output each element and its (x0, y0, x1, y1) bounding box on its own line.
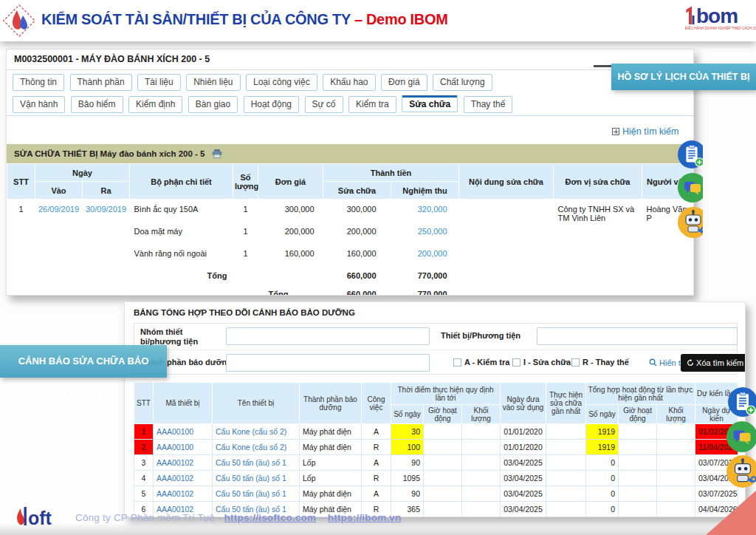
device-code-link[interactable]: AAA00102 (154, 486, 213, 502)
col-bo-phan: Bộ phận chi tiết (130, 164, 233, 200)
component-input[interactable] (226, 354, 430, 372)
device-input[interactable] (537, 327, 738, 345)
tab-chat-luong[interactable]: Chất lượng (433, 74, 492, 91)
cell-days-warn: 100 (391, 440, 424, 455)
col-gio-hd-2: Giờ hoạt động (619, 405, 657, 424)
col-thuc-hien: Thực hiện sửa chữa gần nhất (546, 383, 586, 424)
robot-fab-icon[interactable] (678, 207, 703, 238)
date-out-link[interactable]: 30/09/2019 (83, 200, 130, 225)
notes-fab-icon[interactable] (678, 140, 703, 168)
tab-nhien-lieu[interactable]: Nhiên liệu (186, 74, 240, 91)
device-code-link[interactable]: AAA00100 (154, 424, 213, 440)
checkbox-icon[interactable] (453, 358, 461, 367)
equipment-record-panel: M0032500001 - MÁY ĐÀO BÁNH XÍCH 200 - 5 … (6, 49, 694, 296)
checkbox-icon[interactable] (571, 358, 580, 367)
cell-qty: 1 (233, 225, 258, 247)
total-row: Tổng 660,000 770,000 (7, 287, 695, 296)
footer-link-isoftco[interactable]: https://isoftco.com (224, 512, 317, 523)
show-search-link[interactable]: Hiện tìm kiếm (612, 126, 678, 137)
expand-icon (612, 128, 619, 135)
tab-thanh-phan[interactable]: Thành phần (70, 74, 132, 91)
isoft-logo: oft (12, 505, 68, 529)
ibom-tagline: ĐIỀU HÀNH DOANH NGHIỆP THEO CÁCH CỦA BẠN (685, 27, 749, 30)
cell-part: Vành răng nối ngoài (130, 247, 233, 269)
col-khoi-luong-2: Khối lượng (657, 405, 695, 424)
col-nghiem-thu: Nghiệm thu (391, 182, 459, 200)
robot-fab-icon[interactable] (726, 455, 756, 488)
tab-van-hanh[interactable]: Vận hành (13, 96, 65, 113)
device-name-link[interactable]: Cẩu Kone (cẩu số 2) (213, 424, 300, 440)
tab-kiem-dinh[interactable]: Kiểm định (128, 96, 182, 113)
total-label: Tổng (258, 287, 323, 296)
footer-separator: – (319, 512, 325, 523)
record-badge: HỒ SƠ LÝ LỊCH CỦA THIẾT BỊ (611, 64, 756, 90)
device-name-link[interactable]: Cẩu Kone (cẩu số 2) (213, 440, 300, 455)
checkbox-icon[interactable] (512, 358, 520, 367)
group-input[interactable] (226, 327, 430, 345)
device-code-link[interactable]: AAA00102 (154, 471, 213, 486)
chat-fab-icon[interactable] (726, 421, 756, 452)
tab-thay-the[interactable]: Thay thế (464, 96, 513, 113)
repair-table-titlebar: SỬA CHỮA THIẾT BỊ Máy đào bánh xích 200 … (7, 144, 694, 163)
tab-hoat-dong[interactable]: Hoạt động (244, 96, 299, 113)
page-title-accent: – Demo IBOM (354, 11, 448, 27)
tab-thong-tin[interactable]: Thông tin (13, 74, 64, 91)
col-sua-chua: Sửa chữa (323, 182, 391, 200)
table-row: 4 AAA00102 Cẩu 50 tấn (ầu) số 1 Lốp R 10… (134, 471, 738, 486)
tab-khau-hao[interactable]: Khấu hao (323, 74, 375, 91)
footer-link-ibom[interactable]: https://ibom.vn (328, 512, 402, 523)
chat-fab-icon[interactable] (678, 173, 703, 202)
table-row: Vành răng nối ngoài 1 160,000 160,000 20… (7, 247, 695, 269)
clear-search-button[interactable]: Xóa tìm kiếm (681, 354, 746, 372)
fab-stack-panel1 (678, 140, 703, 241)
notes-fab-icon[interactable] (728, 387, 756, 417)
col-ma-thiet-bi: Mã thiết bị (154, 383, 213, 424)
tab-tai-lieu[interactable]: Tài liệu (137, 74, 181, 91)
tab-bao-hiem[interactable]: Bảo hiểm (71, 96, 123, 113)
col-ra: Ra (83, 182, 130, 200)
checkbox-a-kiem-tra[interactable]: A - Kiểm tra (453, 358, 509, 367)
col-stt: STT (134, 383, 154, 424)
col-thanh-phan: Thành phần bảo dưỡng (300, 383, 362, 424)
col-so-luong: Số lượng (233, 164, 258, 200)
page-title-main: KIỂM SOÁT TÀI SẢN/THIẾT BỊ CỦA CÔNG TY (41, 11, 354, 27)
table-row: 5 AAA00102 Cẩu 50 tấn (ầu) số 1 Máy phát… (134, 486, 738, 502)
device-code-link[interactable]: AAA00100 (154, 440, 213, 455)
device-name-link[interactable]: Cẩu 50 tấn (ầu) số 1 (213, 455, 300, 471)
repair-table: STT Ngày Bộ phận chi tiết Số lượng Đơn g… (7, 163, 694, 296)
cell-acceptance-amount: 200,000 (391, 247, 459, 269)
total-repair: 660,000 (323, 269, 391, 287)
tab-bar-row2: Vận hành Bảo hiểm Kiểm định Bàn giao Hoạ… (13, 95, 515, 113)
checkbox-i-sua-chua[interactable]: I - Sửa chữa (512, 358, 571, 367)
col-ten-thiet-bi: Tên thiết bị (213, 383, 300, 424)
group-label: Nhóm thiết bị/phương tiện (140, 327, 217, 346)
tab-don-gia[interactable]: Đơn giá (381, 74, 427, 91)
divider (134, 350, 737, 350)
col-khoi-luong-1: Khối lượng (462, 405, 501, 424)
tab-loai-cong-viec[interactable]: Loại công việc (246, 74, 317, 91)
cell-content (459, 200, 554, 225)
tab-ban-giao[interactable]: Bàn giao (188, 96, 238, 113)
divider (7, 115, 694, 116)
checkbox-r-thay-the[interactable]: R - Thay thế (571, 358, 629, 367)
table-row: 3 AAA00102 Cẩu 50 tấn (ầu) số 1 Lốp A 90… (134, 455, 738, 471)
warning-table: STT Mã thiết bị Tên thiết bị Thành phần … (134, 382, 738, 517)
maintenance-title: BẢNG TỔNG HỢP THEO DÕI CẢNH BÁO BẢO DƯỠN… (134, 308, 355, 317)
table-row: 2 AAA00100 Cẩu Kone (cẩu số 2) Máy phát … (134, 440, 738, 455)
cell-unit-price: 300,000 (258, 200, 323, 225)
col-so-ngay-1: Số ngày (391, 405, 424, 424)
col-don-gia: Đơn giá (258, 164, 323, 200)
device-code-link[interactable]: AAA00102 (154, 455, 213, 471)
printer-icon[interactable] (212, 149, 222, 158)
tab-kiem-tra[interactable]: Kiểm tra (348, 96, 396, 113)
tab-su-co[interactable]: Sự cố (305, 96, 343, 113)
repair-table-title: SỬA CHỮA THIẾT BỊ Máy đào bánh xích 200 … (14, 149, 205, 158)
col-noi-dung: Nội dung sửa chữa (459, 164, 554, 200)
total-row: Tổng 660,000 770,000 (7, 269, 695, 287)
device-name-link[interactable]: Cẩu 50 tấn (ầu) số 1 (213, 471, 300, 486)
tab-sua-chua-active[interactable]: Sửa chữa (402, 95, 458, 112)
cell-repair-amount: 200,000 (323, 225, 391, 247)
device-name-link[interactable]: Cẩu 50 tấn (ầu) số 1 (213, 486, 300, 502)
col-so-ngay-2: Số ngày (586, 405, 619, 424)
date-in-link[interactable]: 26/09/2019 (35, 200, 83, 225)
